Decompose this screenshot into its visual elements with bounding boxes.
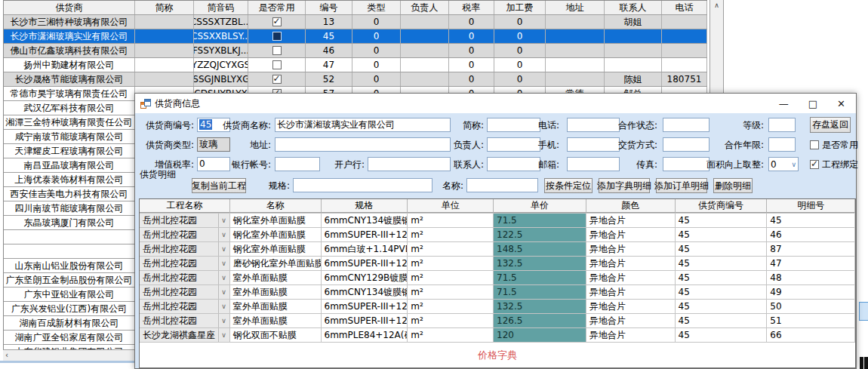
chevron-down-icon[interactable]: ∨ bbox=[218, 300, 226, 313]
chevron-down-icon[interactable]: ∨ bbox=[218, 242, 226, 256]
bank-label: 开户行: bbox=[325, 157, 365, 172]
table-cell: 0 bbox=[352, 58, 401, 72]
table-horizontal-scrollbar[interactable]: ‹ bbox=[3, 349, 134, 361]
list-item[interactable]: 天津耀皮工程玻璃有限公司 bbox=[4, 144, 135, 158]
project-name: 岳州北控花园 bbox=[143, 243, 197, 256]
chevron-down-icon[interactable]: ∨ bbox=[218, 257, 226, 270]
project-name: 岳州北控花园 bbox=[143, 257, 197, 270]
minimize-icon[interactable]: — bbox=[779, 99, 789, 109]
project-combo-cell[interactable]: 岳州北控花园∨ bbox=[140, 228, 230, 241]
checkbox-box[interactable] bbox=[810, 160, 819, 169]
window-controls: — □ ✕ bbox=[779, 94, 845, 113]
detail-grid-body: 岳州北控花园∨钢化室外单面贴膜6mmCNY134镀膜钢化m²71.5异地合片45… bbox=[140, 214, 855, 343]
add-order-detail-button[interactable]: 添加订单明细 bbox=[656, 178, 707, 193]
grid-row[interactable]: 岳州北控花园∨室外单面贴膜6mmSUPER-III+12A(硅...m²126.… bbox=[140, 314, 855, 328]
project-combo-cell[interactable]: 岳州北控花园∨ bbox=[140, 271, 230, 284]
common-use-checkbox[interactable]: 是否常用 bbox=[810, 137, 858, 152]
column-header: 供货商 bbox=[4, 1, 135, 14]
copy-project-button[interactable]: 复制当前工程 bbox=[192, 178, 246, 193]
grid-row[interactable]: 岳州北控花园∨钢化室外单面贴膜6mmSUPER-III+12A(硅...m²12… bbox=[140, 228, 855, 242]
project-combo-cell[interactable]: 岳州北控花园∨ bbox=[140, 314, 230, 327]
list-item[interactable]: 咸宁南玻节能玻璃有限公司 bbox=[4, 130, 135, 144]
grid-row[interactable]: 岳州北控花园∨钢化室外单面贴膜6mm白玻+1.14PVB+6mm...m²148… bbox=[140, 242, 855, 257]
table-row[interactable]: 扬州中勤建材有限公司YZZQJCYXGS47000 bbox=[4, 58, 707, 72]
list-item[interactable]: 东晶玻璃厦门有限公司 bbox=[4, 216, 135, 230]
coop-status-field[interactable] bbox=[663, 118, 709, 132]
close-icon[interactable]: ✕ bbox=[837, 99, 845, 109]
list-item[interactable]: 上海优泰装饰材料有限公司 bbox=[4, 173, 135, 187]
list-item[interactable]: 湘潭三金特种玻璃有限责任公司 bbox=[4, 115, 135, 130]
name-filter-field[interactable] bbox=[466, 178, 538, 192]
project-bind-checkbox[interactable]: 工程绑定 bbox=[810, 157, 858, 172]
table-row[interactable]: 长沙市三湘特种玻璃有限公司CSSSXTZBL...13000胡姐 bbox=[4, 15, 707, 29]
chevron-down-icon[interactable]: ∨ bbox=[218, 214, 226, 227]
grid-row[interactable]: 岳州北控花园∨室外单面贴膜6mmCNY134镀膜钢化m²71.5异地合片4549 bbox=[140, 285, 855, 300]
add-dict-detail-button[interactable]: 添加字典明细 bbox=[599, 178, 650, 193]
project-combo-cell[interactable]: 岳州北控花园∨ bbox=[140, 285, 230, 299]
grid-column-header: 单价 bbox=[494, 199, 586, 213]
list-item[interactable]: 湖南百成新材料有限公司 bbox=[4, 316, 135, 331]
grid-row[interactable]: 岳州北控花园∨室外单面贴膜6mmCNY129B镀膜钢化m²71.5异地合片454… bbox=[140, 271, 855, 285]
list-item[interactable]: 广东坚朗五金制品股份有限公司 bbox=[4, 273, 135, 288]
coop-years-field[interactable] bbox=[768, 137, 796, 152]
chevron-down-icon[interactable]: ∨ bbox=[218, 285, 226, 299]
chevron-down-icon[interactable]: ∨ bbox=[218, 328, 226, 342]
grid-row[interactable]: 岳州北控花园∨室外单面贴膜6mmSUPER-III+12A(硅...m²132.… bbox=[140, 300, 855, 314]
project-combo-cell[interactable]: 岳州北控花园∨ bbox=[140, 257, 230, 270]
list-item[interactable]: 湖南广亚全铝家居有限公司 bbox=[4, 331, 135, 345]
table-vertical-scrollbar[interactable]: ∧ bbox=[709, 0, 724, 98]
table-cell: 佛山市亿鑫玻璃科技有限公司 bbox=[4, 44, 135, 57]
dialog-titlebar[interactable]: 供货商信息 — □ ✕ bbox=[135, 94, 856, 113]
list-item[interactable]: 武汉亿军科技有限公司 bbox=[4, 101, 135, 115]
list-item[interactable]: 四川南玻节能玻璃有限公司 bbox=[4, 201, 135, 216]
list-item[interactable] bbox=[4, 230, 135, 244]
common-checkbox[interactable] bbox=[272, 75, 282, 84]
supplier-name-field[interactable]: 长沙市潇湘玻璃实业有限公司 bbox=[275, 118, 451, 132]
spec-filter-field[interactable] bbox=[293, 178, 432, 192]
common-checkbox[interactable] bbox=[272, 60, 282, 69]
email-field[interactable] bbox=[567, 157, 620, 171]
list-item[interactable]: 广东中亚铝业有限公司 bbox=[4, 288, 135, 302]
grid-row[interactable]: 岳州北控花园∨钢化室外单面贴膜6mmCNY134镀膜钢化m²71.5异地合片45… bbox=[140, 214, 855, 228]
maximize-icon[interactable]: □ bbox=[808, 99, 817, 109]
area-round-combo[interactable]: 0 ∨ bbox=[768, 157, 799, 171]
scroll-left-icon[interactable]: ‹ bbox=[5, 351, 8, 360]
address-field[interactable] bbox=[275, 137, 451, 152]
grid-cell-color: 异地合片 bbox=[586, 214, 676, 227]
supplier-type-field[interactable]: 玻璃 bbox=[197, 137, 230, 152]
grid-row[interactable]: 长沙龙湖祺鑫星座∨钢化双面不贴膜6mmPLE84+12A(硅酮胶...m²120… bbox=[140, 328, 855, 343]
chevron-down-icon[interactable]: ∨ bbox=[218, 271, 226, 284]
project-combo-cell[interactable]: 岳州北控花园∨ bbox=[140, 300, 230, 313]
list-item[interactable]: 西安佳吉美电力科技有限公司 bbox=[4, 187, 135, 201]
bank-field[interactable] bbox=[368, 157, 451, 171]
grid-cell-supplier-no: 45 bbox=[676, 271, 768, 284]
list-item[interactable]: 山东南山铝业股份有限公司 bbox=[4, 259, 135, 273]
grid-cell-detail-no: 49 bbox=[767, 285, 855, 299]
table-row[interactable]: 长沙晟格节能玻璃有限公司CSSGJNBLYXGS52000陈姐180751 bbox=[4, 72, 707, 87]
grid-cell-price: 122.5 bbox=[494, 228, 586, 241]
grade-field[interactable] bbox=[768, 118, 796, 132]
list-item[interactable]: 南昌亚晶玻璃有限公司 bbox=[4, 158, 135, 173]
checkbox-box[interactable] bbox=[810, 140, 819, 149]
common-checkbox[interactable] bbox=[272, 32, 282, 41]
grid-row[interactable]: 岳州北控花园∨磨砂钢化室外单面贴膜6mmSUPER-III+12A(硅...m²… bbox=[140, 257, 855, 271]
locate-button[interactable]: 按条件定位 bbox=[544, 178, 593, 193]
project-combo-cell[interactable]: 长沙龙湖祺鑫星座∨ bbox=[140, 328, 230, 342]
project-combo-cell[interactable]: 岳州北控花园∨ bbox=[140, 214, 230, 227]
chevron-down-icon[interactable]: ∨ bbox=[218, 228, 226, 241]
table-row[interactable]: 佛山市亿鑫玻璃科技有限公司FSSYXBLKJ...46000 bbox=[4, 44, 707, 58]
list-item[interactable] bbox=[4, 244, 135, 259]
common-checkbox[interactable] bbox=[272, 46, 282, 55]
chevron-down-icon[interactable]: ∨ bbox=[218, 314, 226, 327]
project-combo-cell[interactable]: 岳州北控花园∨ bbox=[140, 242, 230, 256]
common-checkbox[interactable] bbox=[272, 17, 282, 26]
scroll-up-icon[interactable]: ∧ bbox=[710, 0, 723, 11]
project-name: 岳州北控花园 bbox=[143, 286, 197, 299]
bank-account-field[interactable] bbox=[275, 157, 320, 171]
save-return-button[interactable]: 存盘返回 bbox=[810, 117, 851, 133]
abbr-label: 简称: bbox=[455, 118, 484, 133]
delete-detail-button[interactable]: 删除明细 bbox=[713, 178, 753, 193]
table-row[interactable]: 长沙市潇湘玻璃实业有限公司CSSXXBLSY...45000 bbox=[4, 29, 707, 44]
list-item[interactable]: 广东兴发铝业(江西)有限公司 bbox=[4, 302, 135, 316]
delivery-field[interactable] bbox=[663, 137, 709, 152]
